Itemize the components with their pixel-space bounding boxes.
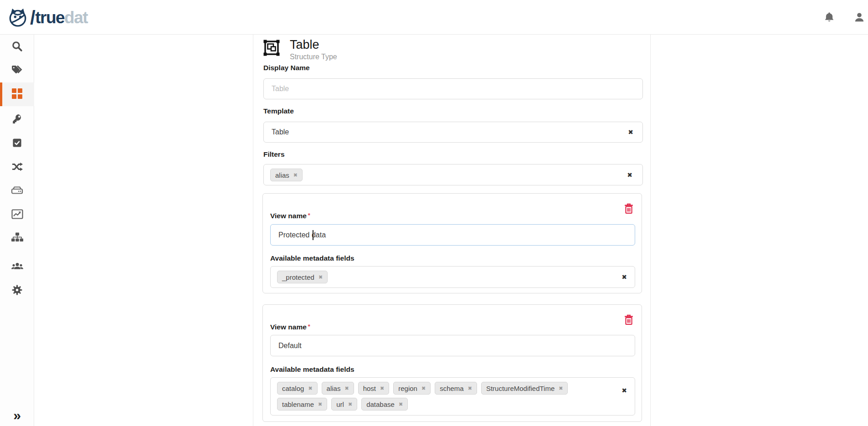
required-asterisk: *: [308, 212, 310, 219]
metadata-tag-remove-icon[interactable]: ✖: [380, 386, 384, 391]
view-name-input[interactable]: [270, 224, 635, 246]
metadata-tag-label: tablename: [282, 400, 314, 408]
sidebar-item-users[interactable]: [0, 256, 34, 279]
delete-view-button[interactable]: [624, 314, 634, 325]
text-cursor: [313, 230, 313, 240]
metadata-tag: schema✖: [435, 382, 477, 395]
filters-label: Filters: [263, 150, 285, 159]
metadata-tag: url✖: [331, 398, 357, 411]
sidebar-item-quality[interactable]: [0, 132, 34, 155]
metadata-tag: host✖: [358, 382, 390, 395]
metadata-clear-icon[interactable]: ✖: [621, 387, 627, 394]
metadata-tag-remove-icon[interactable]: ✖: [308, 386, 312, 391]
metadata-tag: database✖: [361, 398, 408, 411]
template-selected-value: Table: [272, 122, 289, 142]
view-name-input[interactable]: [270, 335, 635, 356]
sidebar-item-permissions[interactable]: [0, 108, 34, 132]
filter-tag: alias✖: [270, 169, 303, 181]
sidebar-item-taxonomy[interactable]: [0, 226, 34, 250]
metadata-tag: tablename✖: [277, 398, 327, 411]
sidebar-item-dashboards[interactable]: [0, 203, 34, 227]
sidebar-expand-button[interactable]: »: [0, 404, 34, 426]
truedat-logo[interactable]: /truedat: [7, 6, 87, 29]
sidebar-item-structure-types[interactable]: [0, 82, 34, 106]
active-item-indicator: [0, 82, 2, 106]
view-name-label: View name*: [270, 323, 310, 331]
filter-tag-label: alias: [275, 171, 289, 179]
metadata-fields-label: Available metadata fields: [270, 254, 354, 262]
metadata-fields-multiselect[interactable]: catalog✖ alias✖ host✖ region✖ schema✖ St…: [270, 377, 635, 416]
template-clear-icon[interactable]: ✖: [628, 129, 633, 135]
brand-name-dark: true: [35, 8, 64, 27]
top-header: /truedat: [0, 0, 868, 35]
metadata-tag-label: schema: [440, 385, 464, 392]
metadata-tag-remove-icon[interactable]: ✖: [344, 386, 349, 391]
shuffle-icon: [11, 161, 23, 174]
sidebar-item-tags[interactable]: [0, 59, 34, 82]
metadata-tag: catalog✖: [277, 382, 318, 395]
chart-line-icon: [11, 209, 23, 221]
sitemap-icon: [11, 232, 23, 245]
display-name-input[interactable]: [263, 78, 643, 99]
page-subtitle: Structure Type: [290, 53, 337, 61]
check-square-icon: [12, 138, 22, 150]
filter-tag-remove-icon[interactable]: ✖: [293, 173, 298, 178]
sidebar-item-lineage[interactable]: [0, 156, 34, 180]
filters-clear-icon[interactable]: ✖: [627, 172, 632, 178]
view-name-label: View name*: [270, 212, 310, 220]
users-icon: [11, 261, 24, 274]
metadata-tag-label: database: [366, 400, 395, 408]
tags-icon: [11, 64, 23, 77]
metadata-tag-label: alias: [327, 385, 341, 392]
brand-name-light: dat: [64, 8, 87, 27]
grid-icon: [11, 88, 23, 101]
sidebar-item-settings[interactable]: [0, 279, 34, 303]
brand-wordmark: /truedat: [30, 7, 87, 29]
metadata-tag-label: host: [363, 385, 376, 392]
metadata-tag-remove-icon[interactable]: ✖: [348, 402, 352, 407]
metadata-tag-label: catalog: [282, 385, 304, 392]
metadata-tag-label: url: [336, 400, 344, 408]
search-icon: [11, 41, 23, 54]
metadata-tag: alias✖: [322, 382, 354, 395]
page-title: Table: [290, 38, 337, 52]
user-profile-icon[interactable]: [853, 11, 865, 23]
metadata-tag-remove-icon[interactable]: ✖: [468, 386, 472, 391]
metadata-tag-remove-icon[interactable]: ✖: [559, 386, 563, 391]
hdd-icon: [11, 185, 23, 198]
left-sidebar: »: [0, 35, 34, 426]
metadata-tag-remove-icon[interactable]: ✖: [318, 275, 323, 280]
metadata-tag-label: _protected: [282, 273, 314, 281]
double-chevron-right-icon: »: [13, 409, 21, 422]
metadata-tag-label: StructureModifiedTime: [486, 385, 555, 392]
object-group-icon: [263, 40, 280, 61]
main-content-panel: Table Structure Type Display Name Templa…: [253, 35, 651, 426]
metadata-tag-remove-icon[interactable]: ✖: [421, 386, 426, 391]
view-card-protected-data: View name* Available metadata fields _pr…: [262, 193, 642, 293]
required-asterisk: *: [308, 323, 310, 330]
template-select[interactable]: Table ✖: [263, 122, 643, 143]
metadata-tag-label: region: [398, 385, 417, 392]
sidebar-item-search[interactable]: [0, 35, 34, 59]
sidebar-item-sources[interactable]: [0, 180, 34, 203]
metadata-fields-label: Available metadata fields: [270, 365, 354, 374]
template-label: Template: [263, 107, 294, 115]
view-card-default: View name* Available metadata fields cat…: [262, 304, 642, 422]
metadata-tag: _protected✖: [277, 271, 328, 283]
display-name-label: Display Name: [263, 64, 310, 72]
metadata-fields-multiselect[interactable]: _protected✖ ✖: [270, 266, 635, 288]
metadata-clear-icon[interactable]: ✖: [621, 274, 627, 280]
truedat-owl-logo-icon: [7, 6, 28, 29]
gear-icon: [11, 284, 23, 298]
metadata-tag-remove-icon[interactable]: ✖: [318, 402, 322, 407]
metadata-tag: region✖: [393, 382, 431, 395]
notifications-bell-icon[interactable]: [823, 11, 835, 23]
key-icon: [12, 113, 23, 126]
delete-view-button[interactable]: [624, 203, 634, 214]
metadata-tag-remove-icon[interactable]: ✖: [399, 402, 403, 407]
page-header: Table Structure Type: [263, 38, 337, 61]
filters-multiselect[interactable]: alias✖ ✖: [263, 164, 643, 185]
metadata-tag: StructureModifiedTime✖: [481, 382, 568, 395]
brand-slash: /: [30, 7, 35, 29]
